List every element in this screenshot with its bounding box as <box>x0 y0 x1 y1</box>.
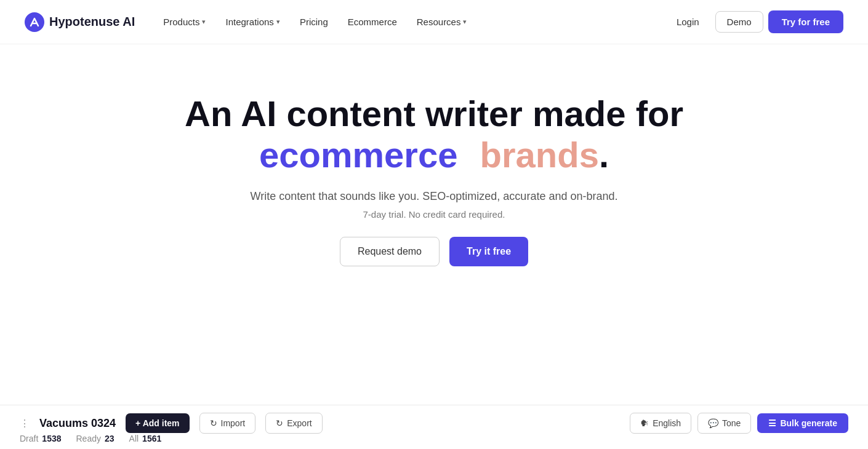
hero-brands-text: brands <box>480 135 599 175</box>
login-button[interactable]: Login <box>665 12 710 32</box>
hero-subtitle: Write content that sounds like you. SEO-… <box>251 190 618 203</box>
chevron-icon: ▾ <box>202 18 206 26</box>
hero-ecommerce-text: ecommerce <box>259 135 457 175</box>
svg-point-0 <box>25 12 44 32</box>
try-for-free-button[interactable]: Try for free <box>768 10 843 33</box>
logo-icon <box>25 12 44 32</box>
hero-section: An AI content writer made for ecommerce … <box>0 44 868 303</box>
hero-cta: Request demo Try it free <box>340 237 528 266</box>
try-it-free-button[interactable]: Try it free <box>449 237 528 266</box>
logo-text: Hypotenuse AI <box>49 15 135 29</box>
hero-title: An AI content writer made for ecommerce … <box>185 93 683 175</box>
nav-right: Login Demo Try for free <box>665 10 843 33</box>
nav-ecommerce[interactable]: Ecommerce <box>339 12 406 32</box>
chevron-icon: ▾ <box>463 18 467 26</box>
nav-pricing[interactable]: Pricing <box>291 12 337 32</box>
hero-trial-text: 7-day trial. No credit card required. <box>363 209 505 220</box>
chevron-icon: ▾ <box>276 18 280 26</box>
request-demo-button[interactable]: Request demo <box>340 237 440 266</box>
nav-links: Products ▾ Integrations ▾ Pricing Ecomme… <box>155 12 665 32</box>
navbar: Hypotenuse AI Products ▾ Integrations ▾ … <box>0 0 868 44</box>
nav-integrations[interactable]: Integrations ▾ <box>217 12 288 32</box>
nav-resources[interactable]: Resources ▾ <box>408 12 476 32</box>
hero-dot: . <box>599 135 609 175</box>
nav-products[interactable]: Products ▾ <box>155 12 214 32</box>
logo[interactable]: Hypotenuse AI <box>25 12 135 32</box>
demo-button[interactable]: Demo <box>715 11 763 33</box>
